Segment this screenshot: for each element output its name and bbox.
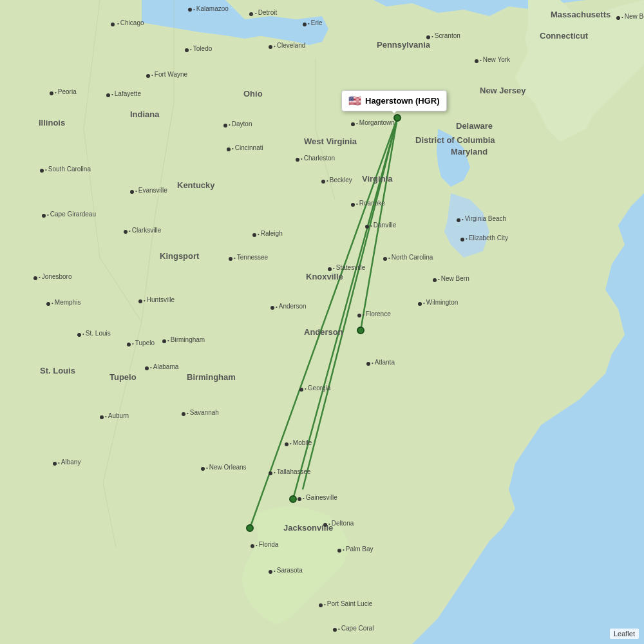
dot-birmingham: [127, 343, 131, 346]
dot-deltona: [298, 497, 301, 501]
dot-tupelo: [77, 333, 81, 337]
flag-icon: 🇺🇸: [348, 95, 361, 107]
dot-beckley: [321, 180, 325, 184]
dot-tallahassee: [201, 467, 205, 471]
dot-statesville: [328, 267, 332, 271]
dot-sarasota: [251, 544, 254, 548]
dot-kalamazoo: [188, 8, 192, 12]
dot-palm-bay: [323, 523, 327, 527]
leaflet-attribution: Leaflet: [610, 629, 639, 639]
dot-cape-girardeau: [42, 214, 46, 218]
dot-jonesboro: [33, 276, 37, 280]
dot-lafayette: [106, 93, 110, 97]
map-container: Massachusetts Connecticut Pennsylvania N…: [0, 0, 644, 644]
route-dot-deltona-fl: [289, 495, 297, 503]
dot-clarksville: [124, 230, 128, 234]
dot-albany: [182, 412, 185, 416]
dot-new-bedford: [616, 16, 620, 20]
dot-danville: [365, 225, 369, 229]
dot-new-bern: [433, 278, 437, 282]
dot-toledo: [185, 48, 189, 52]
dot-wilmington: [418, 302, 422, 306]
dot-elizabeth-city: [460, 238, 464, 242]
dot-st-louis: [40, 169, 44, 173]
dot-peoria: [50, 91, 53, 95]
dot-cleveland: [269, 45, 272, 49]
dot-erie: [303, 23, 307, 26]
dot-charleston-sc: [366, 362, 370, 366]
dot-cape-coral: [269, 570, 272, 574]
dot-scranton: [426, 35, 430, 39]
dot-fort-wayne: [146, 74, 150, 78]
dot-charleston-wv: [296, 158, 299, 162]
dot-port-saint-lucie: [337, 549, 341, 553]
dot-morgantown: [351, 122, 355, 126]
route-dot-tampa: [246, 524, 254, 532]
dot-raleigh: [383, 257, 387, 261]
dot-auburn: [145, 366, 149, 370]
dot-huntsville: [138, 299, 142, 303]
dot-florence: [357, 314, 361, 317]
dot-nassau: [333, 628, 337, 632]
route-dot-myrtle-beach: [357, 327, 365, 334]
dot-memphis: [46, 302, 50, 306]
hagerstown-popup: 🇺🇸 Hagerstown (HGR): [341, 90, 447, 111]
dot-virginia-beach: [457, 218, 460, 222]
dot-detroit: [249, 12, 253, 16]
dot-gainesville: [269, 471, 272, 475]
dot-savannah: [299, 388, 303, 392]
dot-new-york: [475, 59, 478, 63]
dot-kingsport: [252, 233, 256, 237]
dot-evansville: [130, 190, 134, 194]
dot-new-orleans: [53, 462, 57, 466]
dot-mobile: [100, 415, 104, 419]
dot-anderson: [270, 306, 274, 310]
dot-chicago: [111, 23, 115, 26]
dot-roanoke: [351, 203, 355, 207]
dot-miami: [319, 603, 323, 607]
dot-cincinnati: [227, 147, 231, 151]
dot-knoxville: [229, 257, 232, 261]
dot-dayton: [223, 124, 227, 128]
dot-jacksonville: [285, 442, 289, 446]
dot-atlanta: [162, 339, 166, 343]
popup-text: Hagerstown (HGR): [365, 96, 440, 106]
